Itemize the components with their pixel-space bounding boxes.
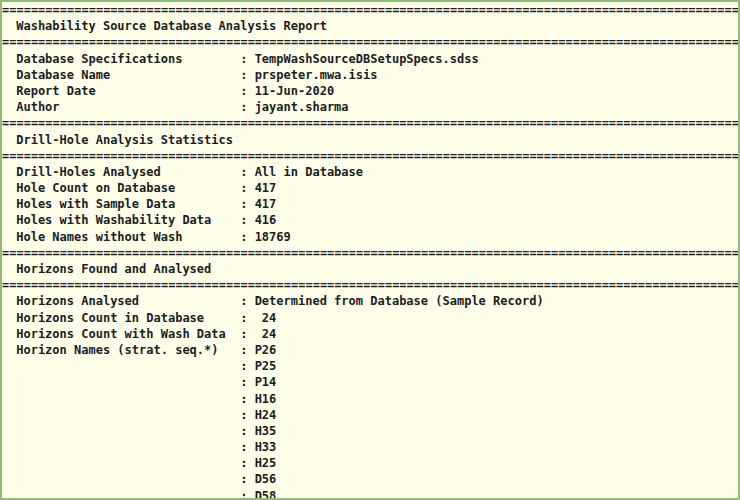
field-line: Holes with Washability Data : 416 xyxy=(9,212,738,228)
report-viewer[interactable]: ========================================… xyxy=(0,0,740,500)
field-line: Hole Names without Wash : 18769 xyxy=(9,229,738,245)
section-heading-horizons-found-analysed: Horizons Found and Analysed xyxy=(9,261,738,277)
value-continuation-line: : D58 xyxy=(9,488,738,500)
value-continuation-line: : P14 xyxy=(9,374,738,390)
value-continuation-line: : H33 xyxy=(9,439,738,455)
field-line: Hole Count on Database : 417 xyxy=(9,180,738,196)
value-continuation-line: : H35 xyxy=(9,423,738,439)
field-line: Report Date : 11-Jun-2020 xyxy=(9,83,738,99)
separator-line: ========================================… xyxy=(2,277,738,293)
value-continuation-line: : H25 xyxy=(9,455,738,471)
field-line: Database Specifications : TempWashSource… xyxy=(9,51,738,67)
field-line: Horizons Count in Database : 24 xyxy=(9,310,738,326)
field-line: Horizons Analysed : Determined from Data… xyxy=(9,293,738,309)
separator-line: ========================================… xyxy=(2,245,738,261)
report-text: ========================================… xyxy=(2,2,738,500)
value-continuation-line: : P25 xyxy=(9,358,738,374)
value-continuation-line: : D56 xyxy=(9,471,738,487)
value-continuation-line: : H24 xyxy=(9,407,738,423)
field-line: Horizons Count with Wash Data : 24 xyxy=(9,326,738,342)
separator-line: ========================================… xyxy=(2,148,738,164)
field-line: Holes with Sample Data : 417 xyxy=(9,196,738,212)
separator-line: ========================================… xyxy=(2,34,738,50)
value-continuation-line: : H16 xyxy=(9,391,738,407)
report-title: Washability Source Database Analysis Rep… xyxy=(9,18,738,34)
field-line: Author : jayant.sharma xyxy=(9,99,738,115)
section-heading-drill-hole-statistics: Drill-Hole Analysis Statistics xyxy=(9,132,738,148)
separator-line: ========================================… xyxy=(2,2,738,18)
field-line: Database Name : prspeter.mwa.isis xyxy=(9,67,738,83)
field-line: Horizon Names (strat. seq.*) : P26 xyxy=(9,342,738,358)
field-line: Drill-Holes Analysed : All in Database xyxy=(9,164,738,180)
separator-line: ========================================… xyxy=(2,115,738,131)
